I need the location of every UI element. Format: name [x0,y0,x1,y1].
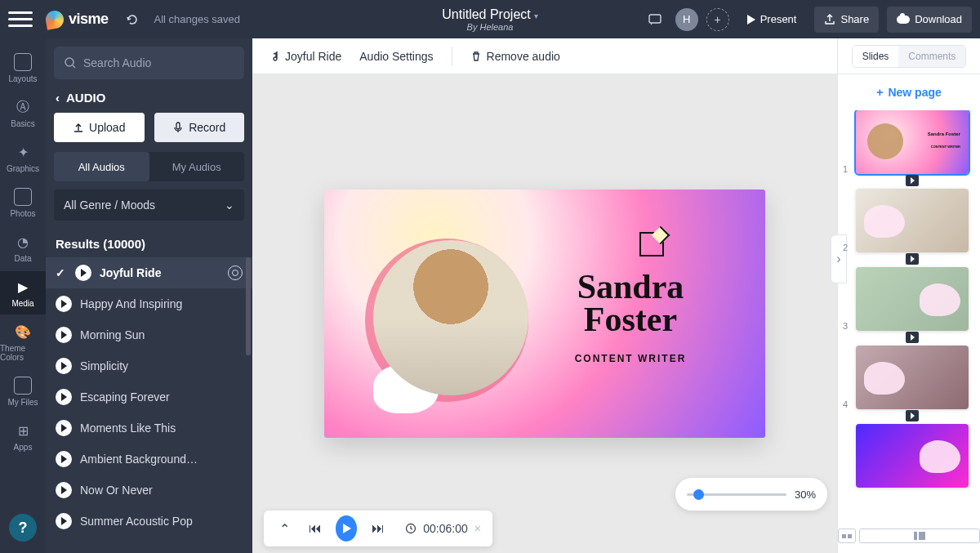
zoom-slider[interactable] [687,493,786,496]
track-item[interactable]: Now Or Never [46,475,252,506]
slide-thumb-2[interactable] [856,189,969,252]
present-button[interactable]: Present [737,7,807,33]
slide-canvas[interactable]: Sandra Foster CONTENT WRITER [324,190,765,438]
tab-my-audios[interactable]: My Audios [149,152,245,181]
record-button[interactable]: Record [154,113,245,142]
rail-media[interactable]: ▶Media [0,271,46,314]
logo[interactable]: visme [46,11,109,29]
rail-basics[interactable]: ⒶBasics [0,91,46,135]
audio-tabs: All Audios My Audios [54,152,244,181]
topbar: visme All changes saved Untitled Project… [0,0,980,38]
ctx-remove-audio[interactable]: Remove audio [470,50,560,63]
play-icon[interactable] [56,420,72,436]
close-icon[interactable]: × [474,522,481,535]
trash-icon [470,51,482,62]
play-icon[interactable] [56,451,72,467]
audio-panel: Search Audio ‹ AUDIO Upload Record All A… [46,38,252,553]
undo-button[interactable] [120,7,145,32]
play-icon[interactable] [56,482,72,498]
play-indicator-icon [906,410,919,421]
upload-button[interactable]: Upload [54,113,145,142]
rail-my-files[interactable]: My Files [0,370,46,413]
chevron-left-icon: ‹ [56,91,60,105]
rail-graphics[interactable]: ✦Graphics [0,136,46,180]
search-icon [64,56,77,69]
plus-icon: + [876,86,883,99]
ctx-audio-settings[interactable]: Audio Settings [359,50,433,63]
slide-thumb-3[interactable] [856,267,969,331]
rail-theme-colors[interactable]: 🎨Theme Colors [0,316,46,368]
back-audio[interactable]: ‹ AUDIO [46,86,252,113]
svg-rect-0 [649,15,661,23]
track-item[interactable]: Ambient Background… [46,444,252,475]
logo-text: visme [69,11,109,28]
play-icon[interactable] [75,265,91,281]
svg-rect-2 [176,123,180,129]
avatar[interactable]: H [675,8,698,31]
list-view-button[interactable] [859,528,980,543]
track-item[interactable]: Moments Like This [46,413,252,444]
apps-icon: ⊞ [14,421,32,439]
zoom-handle[interactable] [693,489,704,500]
collapse-button[interactable]: ⌃ [275,517,294,540]
tab-slides[interactable]: Slides [853,46,899,67]
slide-thumb-1[interactable]: Sandra Foster CONTENT WRITER [856,110,969,174]
zoom-value: 30% [795,488,816,501]
play-icon[interactable] [56,358,72,374]
track-item[interactable]: Summer Acoustic Pop [46,506,252,537]
play-button[interactable] [336,515,357,542]
slide-number: 3 [843,321,851,331]
track-item[interactable]: Happy And Inspiring [46,288,252,319]
slide-thumb-5[interactable] [856,424,969,488]
layouts-icon [14,53,32,71]
gear-icon[interactable] [228,265,243,280]
play-icon[interactable] [56,327,72,343]
note-icon [270,51,280,62]
track-item[interactable]: ✓ Joyful Ride [46,257,252,288]
genre-dropdown[interactable]: All Genre / Moods ⌄ [54,190,244,221]
comments-button[interactable] [643,7,667,32]
context-bar: Joyful Ride Audio Settings Remove audio [252,38,837,74]
play-icon[interactable] [56,513,72,529]
tab-comments[interactable]: Comments [898,46,965,67]
rail-layouts[interactable]: Layouts [0,47,46,90]
track-list: ✓ Joyful Ride Happy And Inspiring Mornin… [46,257,252,553]
play-icon[interactable] [56,389,72,405]
prev-button[interactable]: ⏮ [305,517,324,540]
time-display: 00:06:00 × [405,522,481,535]
rail-photos[interactable]: Photos [0,181,46,225]
media-icon: ▶ [14,278,32,296]
basics-icon: Ⓐ [14,98,32,116]
left-rail: Layouts ⒶBasics ✦Graphics Photos ◔Data ▶… [0,38,46,553]
palette-icon: 🎨 [14,323,32,341]
add-collaborator-button[interactable]: + [706,8,729,31]
headshot-photo [373,240,528,395]
search-input[interactable]: Search Audio [54,47,244,79]
save-status: All changes saved [154,13,241,25]
zoom-control[interactable]: 30% [675,478,827,511]
slide-thumb-4[interactable] [856,346,969,409]
help-button[interactable]: ? [9,514,37,542]
download-button[interactable]: Download [887,7,972,33]
slide-number: 2 [843,243,851,252]
rail-apps[interactable]: ⊞Apps [0,415,46,458]
new-page-button[interactable]: + New page [838,74,980,110]
check-icon: ✓ [56,266,67,279]
grid-view-button[interactable] [838,528,856,543]
project-title-block[interactable]: Untitled Project▾ By Heleana [442,7,538,32]
next-button[interactable]: ⏭ [368,517,387,540]
share-icon [824,14,835,25]
photos-icon [14,188,32,206]
menu-button[interactable] [8,7,33,32]
track-item[interactable]: Morning Sun [46,319,252,350]
ctx-current-track[interactable]: Joyful Ride [270,50,341,63]
share-button[interactable]: Share [814,7,879,33]
tab-all-audios[interactable]: All Audios [54,152,149,181]
scrollbar[interactable] [246,257,251,355]
track-item[interactable]: Simplicity [46,350,252,381]
play-icon[interactable] [56,296,72,312]
slides-panel: Slides Comments + New page 1 Sandra Fost… [837,38,980,553]
track-item[interactable]: Escaping Forever [46,381,252,413]
rail-data[interactable]: ◔Data [0,226,46,270]
play-indicator-icon [906,253,919,265]
